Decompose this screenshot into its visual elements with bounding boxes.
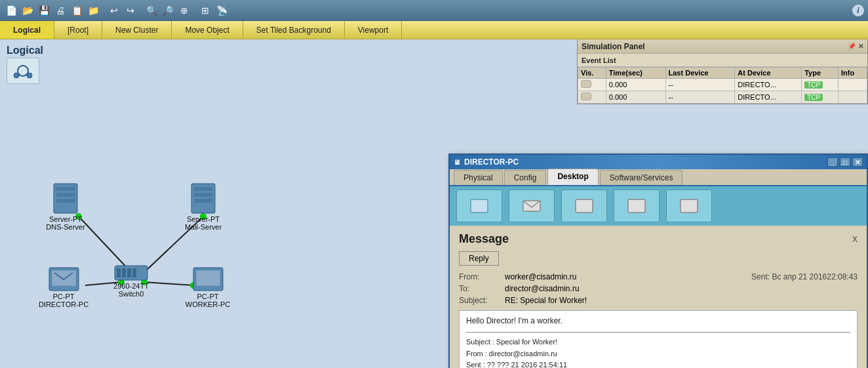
navbar-viewport[interactable]: Viewport (345, 21, 402, 39)
toolbar-btn-zoom-fit[interactable]: ⊕ (177, 3, 191, 18)
tab-config[interactable]: Config (504, 170, 547, 185)
event-vis-0[interactable] (578, 79, 606, 91)
col-time: Time(sec) (606, 68, 665, 79)
svg-text:Server-PT: Server-PT (187, 215, 220, 223)
tab-desktop[interactable]: Desktop (547, 169, 598, 185)
svg-rect-28 (122, 268, 126, 277)
event-vis-1[interactable] (578, 91, 606, 104)
svg-rect-27 (117, 268, 121, 277)
svg-line-5 (79, 216, 131, 272)
tabs-bar: Physical Config Desktop Software/Service… (450, 169, 867, 186)
sim-panel-pin[interactable]: 📌 (848, 43, 856, 50)
event-type-0: TCP (802, 79, 838, 91)
svg-rect-30 (132, 268, 136, 277)
toolbar-btn-copy[interactable]: 📋 (69, 3, 84, 18)
navbar-logical[interactable]: Logical (0, 21, 54, 39)
tcp-badge-0: TCP (804, 81, 823, 89)
toolbar-btn-zoom-out[interactable]: 🔎 (161, 3, 175, 18)
svg-text:PC-PT: PC-PT (197, 293, 219, 300)
reply-button[interactable]: Reply (459, 251, 499, 266)
tab-software-services[interactable]: Software/Services (600, 170, 683, 185)
svg-rect-15 (56, 187, 75, 191)
toolbar-btn-print[interactable]: 🖨 (53, 3, 68, 18)
toolbar-btn-redo[interactable]: ↪ (123, 3, 138, 18)
quoted-sent: Sent : ?? ??? 21 2016 21:54:11 (466, 359, 850, 368)
email-from: worker@cisadmin.ru (505, 272, 751, 281)
eye-icon-0[interactable] (581, 80, 591, 88)
desktop-icon-4[interactable] (666, 190, 712, 222)
window-icon: 🖥 (454, 159, 460, 166)
main-area: Logical (0, 39, 868, 368)
svg-text:Switch0: Switch0 (119, 290, 144, 298)
event-row: 0.000 -- DIRECTO... TCP (578, 91, 867, 104)
svg-text:DNS-Server: DNS-Server (46, 223, 85, 231)
event-at-device-1: DIRECTO... (735, 91, 802, 104)
quoted-subject: Subject : Special for Worker! (466, 337, 850, 348)
email-content: Message X Reply From: worker@cisadmin.ru… (450, 226, 867, 368)
event-list-label: Event List (578, 54, 867, 67)
window-title: DIRECTOR-PC (464, 157, 519, 167)
email-quoted: Subject : Special for Worker! From : dir… (466, 337, 850, 368)
svg-line-8 (144, 282, 193, 285)
event-row: 0.000 -- DIRECTO... TCP (578, 79, 867, 91)
email-body: Hello Director! I'm a worker. (466, 316, 850, 325)
desktop-icon-3[interactable] (614, 190, 660, 222)
director-titlebar: 🖥 DIRECTOR-PC _ □ ✕ (450, 155, 867, 169)
toolbar-btn-undo[interactable]: ↩ (107, 3, 121, 18)
simulation-panel: Simulation Panel 📌 ✕ Event List Vis. Tim… (577, 39, 868, 104)
email-subject: RE: Special for Worker! (505, 296, 587, 305)
navbar-set-tiled-background[interactable]: Set Tiled Background (243, 21, 345, 39)
svg-rect-16 (56, 193, 75, 197)
col-last-device: Last Device (665, 68, 735, 79)
event-table: Vis. Time(sec) Last Device At Device Typ… (578, 67, 867, 104)
svg-rect-45 (628, 199, 645, 213)
email-sent: Sent: Вс апр 21 201622:08:43 (751, 272, 858, 281)
email-body-box: Hello Director! I'm a worker. Subject : … (459, 310, 858, 368)
event-type-1: TCP (802, 91, 838, 104)
quoted-from: From : director@cisadmin.ru (466, 348, 850, 360)
sim-panel-close[interactable]: ✕ (858, 43, 863, 50)
toolbar-btn-zoom-in[interactable]: 🔍 (144, 3, 159, 18)
col-info: Info (838, 68, 867, 79)
toolbar-btn-grid[interactable]: ⊞ (198, 3, 212, 18)
toolbar-btn-network[interactable]: 📡 (214, 3, 229, 18)
event-info-0 (838, 79, 867, 91)
col-vis: Vis. (578, 68, 606, 79)
svg-rect-42 (471, 199, 488, 213)
svg-text:DIRECTOR-PC: DIRECTOR-PC (39, 300, 89, 308)
sim-panel-header: Simulation Panel 📌 ✕ (578, 39, 867, 54)
desktop-strip (450, 186, 867, 226)
tab-physical[interactable]: Physical (454, 170, 503, 185)
toolbar-btn-new[interactable]: 📄 (4, 3, 18, 18)
message-title: Message (459, 232, 509, 246)
desktop-icon-2[interactable] (561, 190, 607, 222)
svg-text:2960-24TT: 2960-24TT (113, 282, 149, 290)
event-last-device-1: -- (665, 91, 735, 104)
toolbar-btn-paste[interactable]: 📁 (86, 3, 100, 18)
navbar-new-cluster[interactable]: New Cluster (102, 21, 172, 39)
info-button[interactable]: i (852, 5, 864, 16)
close-button[interactable]: ✕ (852, 157, 863, 167)
navbar-root[interactable]: [Root] (54, 21, 102, 39)
svg-rect-22 (194, 193, 212, 197)
message-close-btn[interactable]: X (852, 235, 858, 244)
toolbar-btn-folder[interactable]: 📂 (20, 3, 35, 18)
event-last-device-0: -- (665, 79, 735, 91)
svg-rect-46 (681, 199, 698, 213)
toolbar-btn-save[interactable]: 💾 (37, 3, 51, 18)
event-time-1: 0.000 (606, 91, 665, 104)
maximize-button[interactable]: □ (840, 157, 850, 167)
svg-rect-23 (194, 199, 212, 203)
navbar-move-object[interactable]: Move Object (172, 21, 243, 39)
desktop-icon-1[interactable] (509, 190, 555, 222)
navbar: Logical [Root] New Cluster Move Object S… (0, 21, 868, 39)
svg-rect-29 (127, 268, 131, 277)
sim-panel-title: Simulation Panel (582, 42, 645, 51)
desktop-icon-0[interactable] (456, 190, 502, 222)
svg-rect-21 (194, 187, 212, 191)
svg-text:Mail-Server: Mail-Server (185, 223, 222, 231)
eye-icon-1[interactable] (581, 92, 591, 100)
svg-rect-39 (196, 270, 220, 286)
minimize-button[interactable]: _ (827, 157, 838, 167)
director-window: 🖥 DIRECTOR-PC _ □ ✕ Physical Config Desk… (448, 153, 868, 368)
